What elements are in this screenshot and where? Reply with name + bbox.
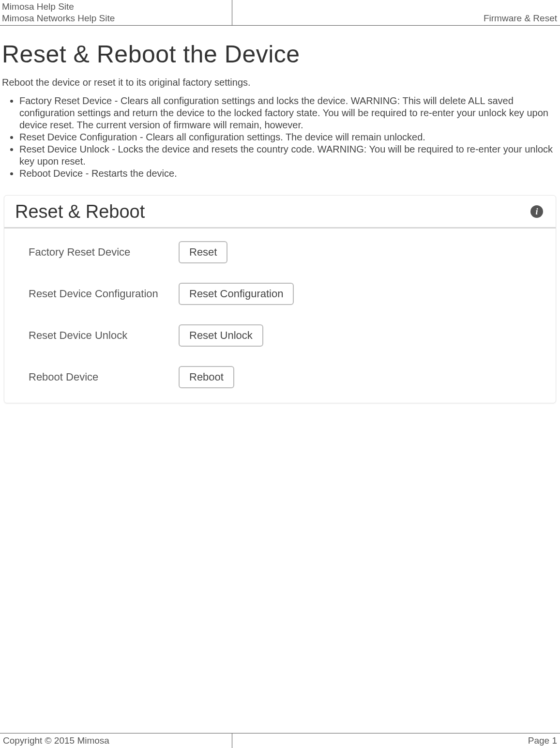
list-item: Reboot Device - Restarts the device.	[19, 168, 558, 180]
list-item: Reset Device Unlock - Locks the device a…	[19, 143, 558, 168]
panel-title: Reset & Reboot	[15, 201, 145, 222]
site-title-line1: Mimosa Help Site	[2, 1, 230, 13]
label-reset-config: Reset Device Configuration	[29, 288, 179, 300]
row-reset-config: Reset Device Configuration Reset Configu…	[29, 283, 545, 305]
label-reboot: Reboot Device	[29, 371, 179, 383]
content: Reset & Reboot the Device Reboot the dev…	[0, 26, 560, 403]
label-reset-unlock: Reset Device Unlock	[29, 329, 179, 342]
page-number: Page 1	[528, 735, 557, 746]
row-factory-reset: Factory Reset Device Reset	[29, 241, 545, 263]
list-item: Factory Reset Device - Clears all config…	[19, 95, 558, 131]
breadcrumb: Firmware & Reset	[484, 13, 557, 24]
page-title: Reset & Reboot the Device	[2, 40, 558, 68]
page-footer: Copyright © 2015 Mimosa Page 1	[0, 733, 560, 748]
intro-text: Reboot the device or reset it to its ori…	[2, 77, 558, 88]
label-factory-reset: Factory Reset Device	[29, 246, 179, 259]
row-reset-unlock: Reset Device Unlock Reset Unlock	[29, 324, 545, 347]
reset-config-button[interactable]: Reset Configuration	[179, 283, 294, 305]
panel-header: Reset & Reboot i	[4, 196, 556, 229]
page-header: Mimosa Help Site Mimosa Networks Help Si…	[0, 0, 560, 26]
reset-unlock-button[interactable]: Reset Unlock	[179, 324, 263, 347]
list-item: Reset Device Configuration - Clears all …	[19, 131, 558, 143]
panel-body: Factory Reset Device Reset Reset Device …	[4, 229, 556, 388]
footer-right: Page 1	[232, 733, 560, 748]
factory-reset-button[interactable]: Reset	[179, 241, 227, 263]
row-reboot: Reboot Device Reboot	[29, 366, 545, 388]
reboot-button[interactable]: Reboot	[179, 366, 234, 388]
info-icon[interactable]: i	[530, 205, 543, 218]
reset-reboot-panel: Reset & Reboot i Factory Reset Device Re…	[4, 195, 556, 403]
bullet-list: Factory Reset Device - Clears all config…	[2, 95, 558, 180]
header-right: Firmware & Reset	[232, 0, 560, 25]
copyright: Copyright © 2015 Mimosa	[3, 735, 109, 746]
site-title-line2: Mimosa Networks Help Site	[2, 13, 230, 24]
footer-left: Copyright © 2015 Mimosa	[0, 733, 232, 748]
header-left: Mimosa Help Site Mimosa Networks Help Si…	[0, 0, 232, 25]
